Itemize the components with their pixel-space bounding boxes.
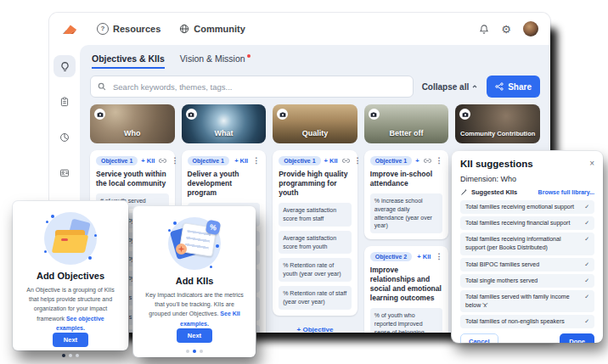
kebab-menu-icon[interactable]: ⋮ bbox=[171, 157, 178, 165]
camera-icon[interactable] bbox=[459, 109, 470, 120]
suggested-kii-item[interactable]: Total families receiving emotional suppo… bbox=[460, 200, 594, 214]
link-icon[interactable] bbox=[342, 157, 350, 165]
tab-vision-mission[interactable]: Vision & Mission bbox=[180, 53, 251, 69]
suggested-kii-item[interactable]: Total families receiving financial suppo… bbox=[460, 216, 594, 230]
search-icon bbox=[98, 82, 106, 91]
add-kii-button[interactable]: + KII bbox=[324, 157, 338, 165]
sidebar-item-contacts[interactable] bbox=[53, 162, 76, 184]
dimension-caption: Who bbox=[90, 129, 175, 137]
modal-body: Key Impact Indicators are the metrics th… bbox=[142, 290, 247, 328]
pagination-dot-active[interactable] bbox=[193, 350, 196, 353]
dimension-image-quality: Quality bbox=[273, 104, 357, 143]
notification-dot bbox=[247, 54, 251, 58]
resources-nav[interactable]: ? Resources bbox=[97, 23, 160, 35]
sidebar-item-ideas[interactable] bbox=[53, 55, 76, 77]
dimension-image-better-off: Better off bbox=[364, 104, 449, 143]
topbar-right: ⚙ bbox=[479, 21, 538, 36]
check-icon: ✓ bbox=[580, 277, 589, 285]
browse-library-link[interactable]: Browse full library... bbox=[538, 189, 594, 195]
pagination-dot[interactable] bbox=[200, 350, 203, 353]
share-label: Share bbox=[508, 82, 532, 92]
pagination-dot[interactable] bbox=[186, 350, 189, 353]
sidebar-item-analytics[interactable] bbox=[53, 126, 76, 148]
kebab-menu-icon[interactable]: ⋮ bbox=[435, 253, 442, 260]
objective-card: Objective 2 + KII ⋮ Improve relationship… bbox=[364, 246, 449, 333]
panel-title: KII suggestions bbox=[460, 159, 533, 169]
suggested-kii-item[interactable]: Total single mothers served ✓ bbox=[460, 274, 594, 288]
add-objective-button[interactable]: + Objective bbox=[273, 326, 357, 333]
kii-item[interactable]: Average satisfaction score from staff bbox=[279, 203, 352, 227]
community-nav[interactable]: Community bbox=[179, 24, 245, 34]
folder-illustration bbox=[44, 212, 97, 265]
chevron-up-icon bbox=[471, 83, 478, 90]
pagination-dot[interactable] bbox=[69, 354, 72, 357]
kebab-menu-icon[interactable]: ⋮ bbox=[436, 157, 443, 165]
link-icon[interactable] bbox=[424, 157, 431, 165]
dimension-image-what: What bbox=[182, 104, 267, 143]
close-icon[interactable]: × bbox=[589, 160, 594, 168]
camera-icon[interactable] bbox=[277, 109, 288, 120]
search-input[interactable] bbox=[111, 81, 406, 92]
next-button[interactable]: Next bbox=[53, 333, 88, 347]
camera-icon[interactable] bbox=[186, 109, 197, 120]
cancel-button[interactable]: Cancel bbox=[460, 333, 498, 343]
kii-item[interactable]: % Retention rate of youth (year over yea… bbox=[279, 258, 352, 282]
app-logo bbox=[61, 22, 78, 36]
kii-item[interactable]: % increase school average daily attendan… bbox=[370, 193, 443, 233]
bell-icon[interactable] bbox=[479, 24, 489, 35]
suggested-kii-text: Total families receiving informational s… bbox=[465, 235, 580, 252]
next-button[interactable]: Next bbox=[177, 328, 212, 343]
dimension-caption: Community Contribution bbox=[455, 130, 540, 137]
objective-card: Objective 1 + KII ⋮ Provide high quality… bbox=[273, 150, 357, 316]
pagination-dot[interactable] bbox=[76, 354, 79, 357]
suggested-kii-item[interactable]: Total families receiving informational s… bbox=[460, 232, 594, 255]
modal-title: Add KIIs bbox=[176, 276, 214, 286]
dimension-caption: What bbox=[182, 129, 267, 137]
objective-title: Deliver a youth development program bbox=[188, 170, 261, 198]
documents-illustration: % bbox=[168, 217, 221, 270]
suggested-kii-item[interactable]: Total families of non-english speakers ✓ bbox=[460, 315, 594, 328]
avatar[interactable] bbox=[523, 21, 538, 36]
suggested-kii-text: Total BIPOC families served bbox=[465, 260, 539, 269]
marketing-composition: ? Resources Community ⚙ bbox=[0, 0, 608, 364]
suggested-kii-text: Total single mothers served bbox=[465, 277, 538, 285]
suggested-kii-item[interactable]: Total BIPOC families served ✓ bbox=[460, 258, 594, 272]
kebab-menu-icon[interactable]: ⋮ bbox=[252, 157, 260, 165]
resources-label: Resources bbox=[113, 24, 160, 34]
modal-title: Add Objectives bbox=[37, 271, 104, 281]
camera-icon[interactable] bbox=[369, 109, 380, 120]
search-bar bbox=[90, 76, 414, 98]
pagination-dots bbox=[62, 354, 79, 357]
add-kii-button[interactable]: + KII bbox=[141, 157, 155, 165]
kii-item[interactable]: Average satisfaction score from youth bbox=[279, 231, 352, 255]
check-icon: ✓ bbox=[580, 293, 589, 301]
objective-title: Service youth within the local community bbox=[96, 170, 169, 188]
add-kii-button[interactable]: + bbox=[415, 157, 419, 165]
kii-item[interactable]: % Retention rate of staff (year over yea… bbox=[279, 286, 352, 310]
kii-item[interactable]: % of youth who reported improved sense o… bbox=[370, 308, 443, 333]
dimension-image-community: Community Contribution bbox=[455, 104, 540, 143]
done-button[interactable]: Done bbox=[560, 333, 594, 343]
check-icon: ✓ bbox=[580, 317, 589, 326]
sidebar-item-reports[interactable] bbox=[53, 91, 76, 113]
objective-badge: Objective 1 bbox=[370, 156, 412, 165]
link-icon[interactable] bbox=[159, 157, 166, 165]
objective-badge: Objective 1 bbox=[188, 156, 229, 165]
kebab-menu-icon[interactable]: ⋮ bbox=[354, 157, 362, 165]
dimension-caption: Better off bbox=[364, 129, 449, 137]
suggested-kii-item[interactable]: Total families served with family income… bbox=[460, 290, 594, 312]
share-button[interactable]: Share bbox=[487, 76, 540, 98]
pagination-dot-active[interactable] bbox=[62, 354, 65, 357]
add-kii-button[interactable]: + KII bbox=[234, 157, 248, 165]
add-objectives-modal: Add Objectives An Objective is a groupin… bbox=[13, 201, 128, 350]
gear-icon[interactable]: ⚙ bbox=[501, 24, 511, 35]
tab-objectives-kiis[interactable]: Objectives & KIIs bbox=[92, 53, 165, 69]
camera-icon[interactable] bbox=[94, 109, 105, 120]
modal-body: An Objective is a grouping of KIIs that … bbox=[21, 285, 120, 333]
suggested-kiis-label: Suggested KIIs bbox=[471, 188, 517, 196]
add-kii-button[interactable]: + KII bbox=[417, 253, 431, 260]
pagination-dots bbox=[186, 350, 203, 353]
collapse-all-button[interactable]: Collapse all bbox=[422, 82, 479, 92]
topbar: ? Resources Community ⚙ bbox=[49, 13, 550, 45]
column-quality: Quality Objective 1 + KII ⋮ bbox=[273, 104, 357, 333]
